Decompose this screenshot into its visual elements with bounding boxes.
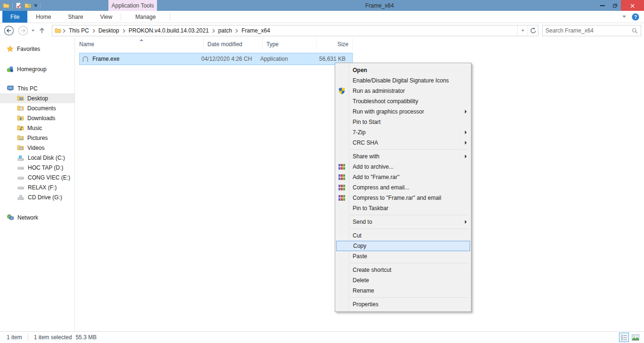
sidebar-item-cd-drive-g[interactable]: CD Drive (G:)	[0, 192, 74, 202]
search-icon[interactable]	[632, 28, 638, 34]
back-button[interactable]	[4, 25, 14, 36]
context-menu: Open Enable/Disable Digital Signature Ic…	[335, 63, 471, 312]
breadcrumb-item-this-pc[interactable]: This PC	[67, 27, 91, 34]
context-menu-item-run-as-administrator[interactable]: Run as administrator	[335, 86, 471, 96]
minimize-ribbon-icon[interactable]	[622, 16, 626, 18]
column-header-size[interactable]: Size	[317, 38, 353, 50]
context-menu-item-pin-to-start[interactable]: Pin to Start	[335, 117, 471, 127]
sidebar-item-drive-f[interactable]: RELAX (F:)	[0, 182, 74, 192]
qat-separator	[40, 3, 41, 8]
refresh-icon[interactable]	[528, 25, 538, 36]
breadcrumb[interactable]: This PC Desktop PROKON.v4.0.build.14.03.…	[52, 25, 538, 36]
context-menu-item-7zip[interactable]: 7-Zip	[335, 127, 471, 138]
tab-separator	[170, 13, 170, 21]
context-menu-item-paste[interactable]: Paste	[335, 251, 471, 261]
help-icon[interactable]: ?	[632, 13, 639, 21]
breadcrumb-item-patch[interactable]: patch	[216, 27, 234, 34]
context-menu-item-run-with-graphics-processor[interactable]: Run with graphics processor	[335, 106, 471, 117]
sidebar-item-favorites[interactable]: Favorites	[0, 44, 74, 54]
window-folder-icon	[3, 3, 9, 8]
drive-icon	[17, 164, 25, 171]
homegroup-icon	[7, 65, 14, 73]
up-button[interactable]	[38, 26, 46, 35]
forward-button[interactable]	[18, 25, 28, 36]
new-folder-icon[interactable]	[25, 3, 31, 8]
context-menu-item-compress-and-email[interactable]: Compress and email...	[335, 182, 471, 193]
documents-folder-icon	[17, 105, 24, 111]
desktop-folder-icon	[17, 95, 24, 101]
submenu-arrow-icon	[465, 220, 467, 224]
sidebar-item-videos[interactable]: Videos	[0, 143, 74, 153]
context-menu-separator	[350, 263, 469, 263]
column-header-date-modified[interactable]: Date modified	[204, 38, 263, 50]
properties-icon[interactable]	[16, 2, 22, 9]
tab-manage[interactable]: Manage	[121, 11, 170, 23]
minimize-button[interactable]	[596, 0, 609, 11]
winrar-icon	[338, 163, 346, 171]
search-box[interactable]	[542, 25, 641, 36]
context-menu-item-send-to[interactable]: Send to	[335, 217, 471, 227]
context-menu-item-properties[interactable]: Properties	[335, 299, 471, 310]
thumbnail-view-button[interactable]	[630, 333, 640, 342]
context-menu-item-cut[interactable]: Cut	[335, 230, 471, 241]
context-menu-separator	[350, 149, 469, 150]
sidebar-item-pictures[interactable]: Pictures	[0, 133, 74, 143]
tab-home[interactable]: Home	[27, 11, 59, 23]
breadcrumb-arrow-icon[interactable]	[91, 29, 97, 33]
sidebar-item-drive-e[interactable]: CONG VIEC (E:)	[0, 172, 74, 182]
winrar-icon	[338, 184, 346, 191]
tab-view[interactable]: View	[91, 11, 121, 23]
context-menu-item-troubleshoot-compatibility[interactable]: Troubleshoot compatibility	[335, 96, 471, 106]
context-menu-item-share-with[interactable]: Share with	[335, 151, 471, 162]
context-menu-separator	[350, 229, 469, 229]
breadcrumb-arrow-icon[interactable]	[61, 29, 67, 33]
sidebar-item-desktop[interactable]: Desktop	[0, 93, 74, 103]
sidebar-item-drive-d[interactable]: HOC TAP (D:)	[0, 163, 74, 172]
context-menu-item-add-to-archive[interactable]: Add to archive...	[335, 162, 471, 172]
recent-locations-icon[interactable]	[32, 30, 34, 32]
folder-icon	[55, 28, 61, 33]
breadcrumb-arrow-icon[interactable]	[234, 29, 239, 33]
sidebar-item-documents[interactable]: Documents	[0, 103, 74, 113]
breadcrumb-item-desktop[interactable]: Desktop	[97, 27, 121, 34]
context-menu-item-rename[interactable]: Rename	[335, 286, 471, 296]
sidebar-item-this-pc[interactable]: This PC	[0, 83, 74, 93]
downloads-folder-icon	[17, 115, 24, 121]
pictures-folder-icon	[17, 135, 24, 141]
breadcrumb-arrow-icon[interactable]	[211, 29, 216, 33]
tab-file[interactable]: File	[2, 11, 27, 23]
context-menu-item-delete[interactable]: Delete	[335, 275, 471, 286]
breadcrumb-item-prokon[interactable]: PROKON.v4.0.build.14.03.2021	[127, 27, 211, 34]
context-menu-item-enable-disable-digital-signature-icons[interactable]: Enable/Disable Digital Signature Icons	[335, 75, 471, 86]
close-button[interactable]: ×	[621, 0, 644, 11]
sidebar-item-local-disk-c[interactable]: Local Disk (C:)	[0, 153, 74, 163]
context-menu-item-open[interactable]: Open	[335, 65, 471, 75]
context-menu-item-create-shortcut[interactable]: Create shortcut	[335, 265, 471, 275]
restore-button[interactable]	[609, 0, 621, 11]
context-menu-item-copy[interactable]: Copy	[336, 241, 470, 251]
file-row-selected[interactable]: Frame.exe 04/12/2020 4:26 CH Application…	[79, 53, 353, 65]
window-controls: ×	[596, 0, 644, 11]
sort-ascending-icon	[140, 39, 143, 41]
sidebar-item-homegroup[interactable]: Homegroup	[0, 64, 74, 74]
search-input[interactable]	[545, 27, 632, 34]
context-menu-item-compress-to-frame-rar-and-email[interactable]: Compress to "Frame.rar" and email	[335, 193, 471, 203]
tab-share[interactable]: Share	[59, 11, 91, 23]
context-menu-item-pin-to-taskbar[interactable]: Pin to Taskbar	[335, 203, 471, 213]
context-menu-item-add-to-frame-rar[interactable]: Add to "Frame.rar"	[335, 172, 471, 182]
application-tools-tab[interactable]: Application Tools	[108, 0, 157, 11]
sidebar-item-music[interactable]: Music	[0, 123, 74, 133]
status-separator	[28, 334, 28, 341]
breadcrumb-item-frame-x64[interactable]: Frame_x64	[239, 27, 272, 34]
address-dropdown-icon[interactable]	[517, 25, 528, 36]
context-menu-item-crc-sha[interactable]: CRC SHA	[335, 138, 471, 148]
sidebar-item-network[interactable]: Network	[0, 212, 74, 222]
breadcrumb-arrow-icon[interactable]	[121, 29, 127, 33]
column-header-type[interactable]: Type	[263, 38, 317, 50]
customize-qat-icon[interactable]	[34, 4, 37, 7]
sidebar-item-downloads[interactable]: Downloads	[0, 113, 74, 123]
drive-icon	[17, 174, 25, 181]
details-view-button[interactable]	[619, 333, 629, 342]
svg-text:?: ?	[634, 14, 637, 19]
window-title: Frame_x64	[349, 0, 410, 11]
